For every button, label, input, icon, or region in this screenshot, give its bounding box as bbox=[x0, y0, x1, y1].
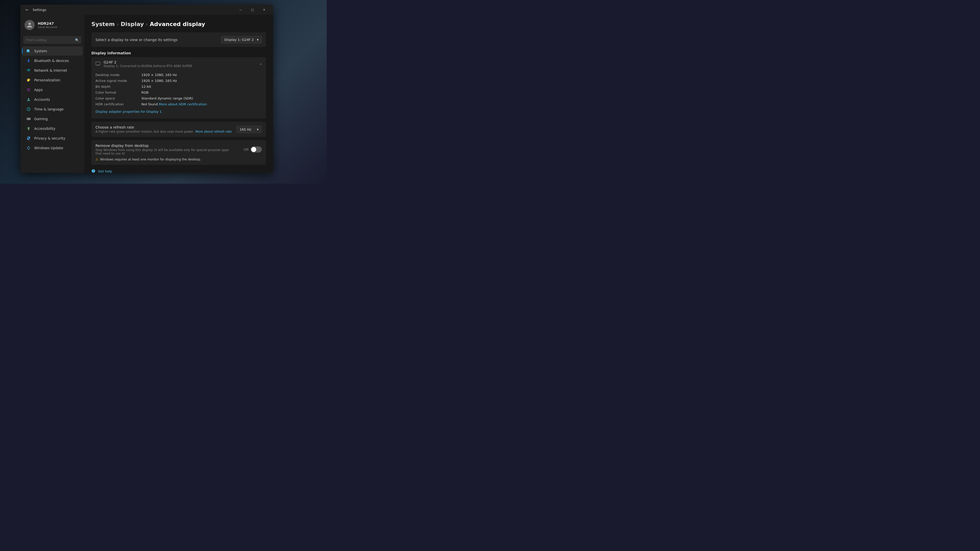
sidebar-label-personalization: Personalization bbox=[34, 78, 60, 82]
refresh-rate-sub: A higher rate gives smoother motion, but… bbox=[95, 130, 236, 133]
remove-display-toggle[interactable] bbox=[251, 146, 262, 152]
toggle-label: Off bbox=[244, 148, 248, 151]
display-info-title: Display information bbox=[91, 51, 266, 55]
window-controls: — □ ✕ bbox=[235, 5, 270, 15]
sidebar-label-privacy: Privacy & security bbox=[34, 136, 65, 140]
sidebar-item-time[interactable]: Time & language bbox=[22, 105, 83, 114]
refresh-rate-title: Choose a refresh rate bbox=[95, 125, 236, 129]
bluetooth-icon bbox=[26, 58, 31, 63]
sidebar-item-windows-update[interactable]: Windows Update bbox=[22, 143, 83, 152]
sidebar-item-system[interactable]: System bbox=[22, 46, 83, 56]
detail-row-desktop: Desktop mode 1920 × 1080, 165 Hz bbox=[95, 72, 262, 78]
detail-value-desktop: 1920 × 1080, 165 Hz bbox=[142, 73, 262, 77]
breadcrumb-sep-1: › bbox=[117, 21, 119, 27]
svg-rect-0 bbox=[27, 49, 29, 52]
search-box: 🔍 bbox=[24, 36, 81, 44]
sidebar-item-apps[interactable]: Apps bbox=[22, 85, 83, 94]
footer-links: Get help Give feedback bbox=[91, 169, 266, 173]
warning-icon: ⚠ bbox=[95, 157, 99, 161]
display-dropdown[interactable]: Display 1: G24F 2 ▾ bbox=[221, 36, 262, 43]
remove-display-card: Remove display from desktop Stop Windows… bbox=[91, 140, 266, 165]
close-button[interactable]: ✕ bbox=[258, 5, 270, 15]
maximize-button[interactable]: □ bbox=[247, 5, 258, 15]
remove-display-title: Remove display from desktop bbox=[95, 144, 244, 148]
sidebar-item-network[interactable]: Network & internet bbox=[22, 66, 83, 75]
detail-value-bitdepth: 12-bit bbox=[142, 85, 262, 89]
monitor-name-group: G24F 2 Display 1: Connected to NVIDIA Ge… bbox=[103, 60, 192, 68]
refresh-rate-link[interactable]: More about refresh rate bbox=[196, 130, 232, 133]
refresh-rate-info: Choose a refresh rate A higher rate give… bbox=[95, 125, 236, 133]
detail-label-bitdepth: Bit depth bbox=[95, 85, 142, 89]
accounts-icon bbox=[26, 97, 31, 102]
sidebar-item-bluetooth[interactable]: Bluetooth & devices bbox=[22, 56, 83, 65]
remove-display-sub: Stop Windows from using this display (it… bbox=[95, 148, 236, 156]
detail-label-colorspace: Color space bbox=[95, 97, 142, 100]
apps-icon bbox=[26, 87, 31, 92]
detail-label-hdr: HDR certification bbox=[95, 102, 142, 106]
window-body: HDR247 Local Account 🔍 System Bluetoo bbox=[21, 15, 273, 173]
sidebar-label-system: System bbox=[34, 49, 47, 53]
detail-label-desktop: Desktop mode bbox=[95, 73, 142, 77]
display-dropdown-chevron: ▾ bbox=[257, 38, 259, 41]
sidebar-label-accounts: Accounts bbox=[34, 97, 50, 102]
sidebar-label-bluetooth: Bluetooth & devices bbox=[34, 59, 69, 63]
sidebar-label-gaming: Gaming bbox=[34, 117, 48, 121]
personalization-icon bbox=[26, 78, 31, 83]
remove-display-top: Remove display from desktop Stop Windows… bbox=[95, 144, 262, 156]
monitor-icon bbox=[95, 62, 100, 67]
sidebar-label-apps: Apps bbox=[34, 88, 43, 92]
monitor-chevron: ∧ bbox=[259, 62, 262, 66]
get-help-label: Get help bbox=[98, 169, 112, 173]
user-subtitle: Local Account bbox=[38, 25, 57, 29]
search-input[interactable] bbox=[24, 36, 81, 44]
sidebar: HDR247 Local Account 🔍 System Bluetoo bbox=[21, 15, 84, 173]
breadcrumb-display: Display bbox=[121, 21, 144, 27]
sidebar-item-gaming[interactable]: Gaming bbox=[22, 114, 83, 124]
sidebar-item-privacy[interactable]: Privacy & security bbox=[22, 134, 83, 143]
refresh-rate-card: Choose a refresh rate A higher rate give… bbox=[91, 122, 266, 137]
display-selector-row: Select a display to view or change its s… bbox=[91, 32, 266, 47]
monitor-details: Desktop mode 1920 × 1080, 165 Hz Active … bbox=[91, 71, 266, 119]
privacy-icon bbox=[26, 136, 31, 141]
monitor-header[interactable]: G24F 2 Display 1: Connected to NVIDIA Ge… bbox=[91, 57, 266, 71]
svg-rect-3 bbox=[96, 62, 100, 65]
minimize-button[interactable]: — bbox=[235, 5, 247, 15]
toggle-container: Off bbox=[244, 146, 262, 152]
refresh-rate-value: 165 Hz bbox=[240, 127, 251, 131]
user-section: HDR247 Local Account bbox=[21, 17, 84, 33]
user-name: HDR247 bbox=[38, 21, 57, 25]
warning-row: ⚠ Windows requires at least one monitor … bbox=[95, 157, 262, 161]
accessibility-icon bbox=[26, 126, 31, 131]
gaming-icon bbox=[26, 116, 31, 121]
title-bar-left: ← Settings bbox=[24, 6, 235, 13]
monitor-subtitle: Display 1: Connected to NVIDIA GeForce R… bbox=[103, 64, 192, 68]
breadcrumb-sep-2: › bbox=[146, 21, 148, 27]
time-icon bbox=[26, 106, 31, 112]
breadcrumb: System › Display › Advanced display bbox=[91, 21, 266, 27]
back-button[interactable]: ← bbox=[24, 6, 30, 13]
user-info: HDR247 Local Account bbox=[38, 21, 57, 29]
adapter-properties-link[interactable]: Display adapter properties for Display 1 bbox=[95, 109, 162, 114]
detail-label-colorformat: Color format bbox=[95, 91, 142, 94]
monitor-name: G24F 2 bbox=[103, 60, 192, 64]
title-bar: ← Settings — □ ✕ bbox=[21, 5, 273, 15]
sidebar-item-accessibility[interactable]: Accessibility bbox=[22, 124, 83, 133]
detail-row-colorformat: Color format RGB bbox=[95, 89, 262, 95]
sidebar-item-personalization[interactable]: Personalization bbox=[22, 76, 83, 85]
hdr-link[interactable]: More about HDR certification bbox=[159, 102, 207, 106]
breadcrumb-advanced-display: Advanced display bbox=[150, 21, 205, 27]
window-title: Settings bbox=[33, 8, 46, 12]
sidebar-item-accounts[interactable]: Accounts bbox=[22, 95, 83, 104]
detail-value-hdr-prefix: Not found More about HDR certification bbox=[142, 102, 262, 106]
refresh-rate-chevron: ▾ bbox=[257, 127, 259, 131]
warning-text: Windows requires at least one monitor fo… bbox=[100, 158, 201, 161]
get-help-link[interactable]: Get help bbox=[91, 169, 266, 173]
update-icon bbox=[26, 145, 31, 151]
detail-row-hdr: HDR certification Not found More about H… bbox=[95, 101, 262, 107]
monitor-card: G24F 2 Display 1: Connected to NVIDIA Ge… bbox=[91, 57, 266, 119]
refresh-rate-dropdown[interactable]: 165 Hz ▾ bbox=[236, 126, 262, 133]
system-icon bbox=[26, 48, 31, 54]
search-icon: 🔍 bbox=[75, 38, 79, 42]
remove-display-info: Remove display from desktop Stop Windows… bbox=[95, 144, 244, 156]
network-icon bbox=[26, 68, 31, 73]
